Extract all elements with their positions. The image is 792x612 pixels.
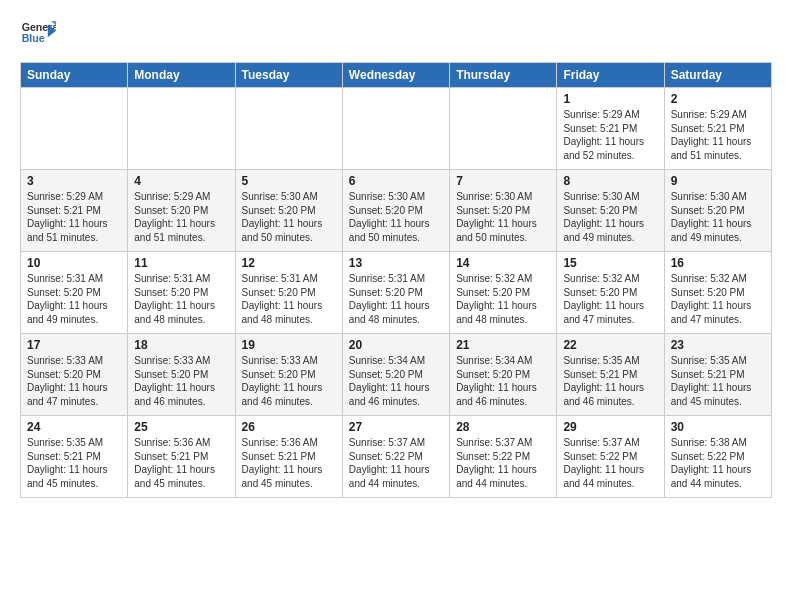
day-number: 27	[349, 420, 443, 434]
day-info: Sunrise: 5:30 AM Sunset: 5:20 PM Dayligh…	[563, 190, 657, 244]
day-cell: 15Sunrise: 5:32 AM Sunset: 5:20 PM Dayli…	[557, 252, 664, 334]
col-header-thursday: Thursday	[450, 63, 557, 88]
day-number: 4	[134, 174, 228, 188]
day-cell: 23Sunrise: 5:35 AM Sunset: 5:21 PM Dayli…	[664, 334, 771, 416]
day-cell: 11Sunrise: 5:31 AM Sunset: 5:20 PM Dayli…	[128, 252, 235, 334]
day-cell: 14Sunrise: 5:32 AM Sunset: 5:20 PM Dayli…	[450, 252, 557, 334]
day-info: Sunrise: 5:29 AM Sunset: 5:21 PM Dayligh…	[27, 190, 121, 244]
day-info: Sunrise: 5:32 AM Sunset: 5:20 PM Dayligh…	[563, 272, 657, 326]
day-info: Sunrise: 5:35 AM Sunset: 5:21 PM Dayligh…	[671, 354, 765, 408]
day-info: Sunrise: 5:31 AM Sunset: 5:20 PM Dayligh…	[134, 272, 228, 326]
day-number: 14	[456, 256, 550, 270]
day-number: 18	[134, 338, 228, 352]
day-number: 5	[242, 174, 336, 188]
day-cell	[21, 88, 128, 170]
day-info: Sunrise: 5:38 AM Sunset: 5:22 PM Dayligh…	[671, 436, 765, 490]
day-number: 23	[671, 338, 765, 352]
day-number: 21	[456, 338, 550, 352]
day-number: 29	[563, 420, 657, 434]
col-header-friday: Friday	[557, 63, 664, 88]
day-info: Sunrise: 5:30 AM Sunset: 5:20 PM Dayligh…	[671, 190, 765, 244]
day-number: 1	[563, 92, 657, 106]
day-cell: 17Sunrise: 5:33 AM Sunset: 5:20 PM Dayli…	[21, 334, 128, 416]
week-row-4: 17Sunrise: 5:33 AM Sunset: 5:20 PM Dayli…	[21, 334, 772, 416]
day-number: 11	[134, 256, 228, 270]
day-cell: 18Sunrise: 5:33 AM Sunset: 5:20 PM Dayli…	[128, 334, 235, 416]
day-cell: 13Sunrise: 5:31 AM Sunset: 5:20 PM Dayli…	[342, 252, 449, 334]
day-cell: 16Sunrise: 5:32 AM Sunset: 5:20 PM Dayli…	[664, 252, 771, 334]
day-info: Sunrise: 5:30 AM Sunset: 5:20 PM Dayligh…	[349, 190, 443, 244]
day-number: 24	[27, 420, 121, 434]
col-header-monday: Monday	[128, 63, 235, 88]
week-row-2: 3Sunrise: 5:29 AM Sunset: 5:21 PM Daylig…	[21, 170, 772, 252]
day-cell: 12Sunrise: 5:31 AM Sunset: 5:20 PM Dayli…	[235, 252, 342, 334]
day-number: 15	[563, 256, 657, 270]
day-number: 3	[27, 174, 121, 188]
day-cell: 25Sunrise: 5:36 AM Sunset: 5:21 PM Dayli…	[128, 416, 235, 498]
day-info: Sunrise: 5:31 AM Sunset: 5:20 PM Dayligh…	[27, 272, 121, 326]
day-info: Sunrise: 5:29 AM Sunset: 5:21 PM Dayligh…	[563, 108, 657, 162]
day-info: Sunrise: 5:37 AM Sunset: 5:22 PM Dayligh…	[349, 436, 443, 490]
day-info: Sunrise: 5:36 AM Sunset: 5:21 PM Dayligh…	[242, 436, 336, 490]
day-info: Sunrise: 5:29 AM Sunset: 5:21 PM Dayligh…	[671, 108, 765, 162]
day-cell	[128, 88, 235, 170]
week-row-5: 24Sunrise: 5:35 AM Sunset: 5:21 PM Dayli…	[21, 416, 772, 498]
day-cell: 9Sunrise: 5:30 AM Sunset: 5:20 PM Daylig…	[664, 170, 771, 252]
day-number: 25	[134, 420, 228, 434]
day-cell: 30Sunrise: 5:38 AM Sunset: 5:22 PM Dayli…	[664, 416, 771, 498]
day-info: Sunrise: 5:37 AM Sunset: 5:22 PM Dayligh…	[563, 436, 657, 490]
day-info: Sunrise: 5:34 AM Sunset: 5:20 PM Dayligh…	[349, 354, 443, 408]
day-info: Sunrise: 5:33 AM Sunset: 5:20 PM Dayligh…	[134, 354, 228, 408]
day-cell: 21Sunrise: 5:34 AM Sunset: 5:20 PM Dayli…	[450, 334, 557, 416]
day-info: Sunrise: 5:30 AM Sunset: 5:20 PM Dayligh…	[242, 190, 336, 244]
day-cell: 27Sunrise: 5:37 AM Sunset: 5:22 PM Dayli…	[342, 416, 449, 498]
day-info: Sunrise: 5:31 AM Sunset: 5:20 PM Dayligh…	[349, 272, 443, 326]
calendar-header: SundayMondayTuesdayWednesdayThursdayFrid…	[21, 63, 772, 88]
calendar-table: SundayMondayTuesdayWednesdayThursdayFrid…	[20, 62, 772, 498]
day-info: Sunrise: 5:37 AM Sunset: 5:22 PM Dayligh…	[456, 436, 550, 490]
day-number: 12	[242, 256, 336, 270]
header: General Blue	[20, 16, 772, 52]
day-info: Sunrise: 5:32 AM Sunset: 5:20 PM Dayligh…	[671, 272, 765, 326]
day-number: 13	[349, 256, 443, 270]
col-header-wednesday: Wednesday	[342, 63, 449, 88]
day-cell: 19Sunrise: 5:33 AM Sunset: 5:20 PM Dayli…	[235, 334, 342, 416]
day-number: 28	[456, 420, 550, 434]
day-cell: 22Sunrise: 5:35 AM Sunset: 5:21 PM Dayli…	[557, 334, 664, 416]
logo-icon: General Blue	[20, 16, 56, 52]
day-info: Sunrise: 5:30 AM Sunset: 5:20 PM Dayligh…	[456, 190, 550, 244]
day-info: Sunrise: 5:34 AM Sunset: 5:20 PM Dayligh…	[456, 354, 550, 408]
day-number: 20	[349, 338, 443, 352]
day-number: 22	[563, 338, 657, 352]
day-number: 30	[671, 420, 765, 434]
day-number: 17	[27, 338, 121, 352]
day-number: 2	[671, 92, 765, 106]
day-cell: 26Sunrise: 5:36 AM Sunset: 5:21 PM Dayli…	[235, 416, 342, 498]
day-cell: 2Sunrise: 5:29 AM Sunset: 5:21 PM Daylig…	[664, 88, 771, 170]
day-cell: 3Sunrise: 5:29 AM Sunset: 5:21 PM Daylig…	[21, 170, 128, 252]
day-cell	[235, 88, 342, 170]
week-row-1: 1Sunrise: 5:29 AM Sunset: 5:21 PM Daylig…	[21, 88, 772, 170]
col-header-sunday: Sunday	[21, 63, 128, 88]
day-number: 16	[671, 256, 765, 270]
day-info: Sunrise: 5:32 AM Sunset: 5:20 PM Dayligh…	[456, 272, 550, 326]
day-info: Sunrise: 5:35 AM Sunset: 5:21 PM Dayligh…	[563, 354, 657, 408]
day-cell: 8Sunrise: 5:30 AM Sunset: 5:20 PM Daylig…	[557, 170, 664, 252]
day-number: 26	[242, 420, 336, 434]
svg-text:Blue: Blue	[22, 32, 45, 44]
calendar-body: 1Sunrise: 5:29 AM Sunset: 5:21 PM Daylig…	[21, 88, 772, 498]
col-header-saturday: Saturday	[664, 63, 771, 88]
day-number: 7	[456, 174, 550, 188]
day-cell: 28Sunrise: 5:37 AM Sunset: 5:22 PM Dayli…	[450, 416, 557, 498]
logo: General Blue	[20, 16, 56, 52]
day-number: 8	[563, 174, 657, 188]
day-cell: 20Sunrise: 5:34 AM Sunset: 5:20 PM Dayli…	[342, 334, 449, 416]
day-number: 10	[27, 256, 121, 270]
day-cell: 6Sunrise: 5:30 AM Sunset: 5:20 PM Daylig…	[342, 170, 449, 252]
day-cell: 5Sunrise: 5:30 AM Sunset: 5:20 PM Daylig…	[235, 170, 342, 252]
day-cell	[342, 88, 449, 170]
page: General Blue SundayMondayTuesdayWednesda…	[0, 0, 792, 508]
day-info: Sunrise: 5:35 AM Sunset: 5:21 PM Dayligh…	[27, 436, 121, 490]
day-number: 9	[671, 174, 765, 188]
header-row: SundayMondayTuesdayWednesdayThursdayFrid…	[21, 63, 772, 88]
